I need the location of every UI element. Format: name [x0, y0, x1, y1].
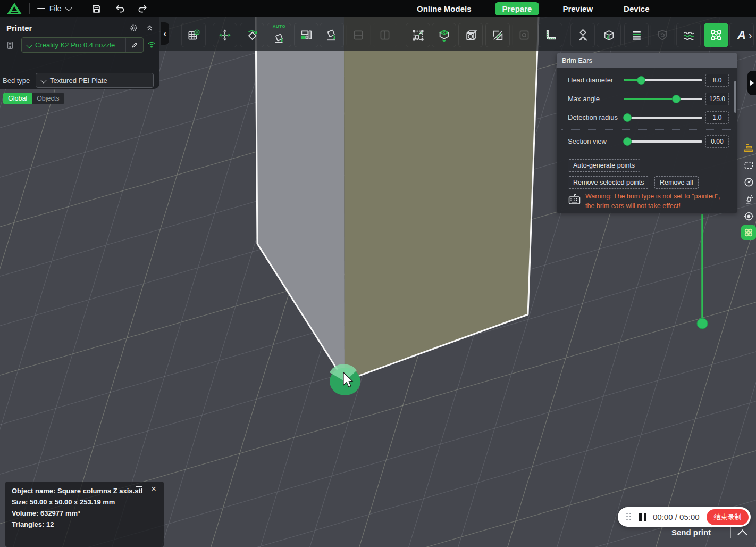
brim-ears-panel-header[interactable]: Brim Ears [557, 53, 737, 68]
wifi-status-icon[interactable] [147, 40, 156, 48]
cut-button[interactable] [485, 23, 510, 47]
tab-objects[interactable]: Objects [32, 93, 64, 104]
support-paint-icon [576, 28, 590, 43]
split-to-objects-button[interactable] [432, 23, 456, 47]
chevron-left-icon: ‹ [164, 29, 166, 38]
detection-radius-slider[interactable] [624, 117, 702, 119]
plate-dashed-icon [743, 159, 755, 171]
scale-icon [411, 28, 425, 43]
arrange-icon [299, 28, 313, 42]
close-icon[interactable]: × [151, 484, 156, 494]
detection-radius-slider-handle[interactable] [623, 113, 632, 122]
hamburger-icon [37, 6, 45, 12]
support-paint-button[interactable] [570, 23, 595, 47]
target-gear-icon [743, 210, 755, 222]
calibration-button[interactable] [741, 209, 756, 223]
add-plate-icon [187, 28, 200, 42]
bed-type-label: Bed type [3, 77, 30, 85]
add-plate-button[interactable] [181, 23, 206, 47]
object-size-text: Size: 50.00 x 50.00 x 253.19 mm [12, 498, 157, 506]
send-print-button[interactable]: Send print [654, 526, 728, 538]
head-diameter-value[interactable]: 8.0 [705, 74, 729, 87]
top-menu-bar: File Online Models Prepare Preview Devic… [0, 0, 756, 17]
speed-gauge-button[interactable] [741, 175, 756, 189]
minimize-icon[interactable] [136, 486, 142, 487]
bed-type-dropdown[interactable]: Textured PEI Plate [36, 73, 154, 88]
slider-row-section-view: Section view 0.00 [557, 136, 737, 147]
seam-paint-button[interactable] [597, 23, 621, 47]
rotate-button[interactable] [240, 23, 264, 47]
lay-on-face-icon [325, 28, 339, 42]
file-menu-button[interactable]: File [30, 0, 79, 17]
toolbar-collapse-button[interactable]: ‹ [161, 22, 169, 45]
remove-selected-points-button[interactable]: Remove selected points [568, 176, 649, 189]
printer-select-dropdown[interactable]: Creality K2 Pro 0.4 nozzle [21, 37, 144, 53]
object-triangles-text: Triangles: 12 [12, 520, 157, 528]
object-volume-text: Volume: 632977 mm³ [12, 509, 157, 517]
creality-assistant-button[interactable] [741, 225, 756, 240]
stop-recording-button[interactable]: 结束录制 [707, 509, 749, 525]
measure-button[interactable] [538, 23, 562, 47]
right-panel-expand-tab[interactable] [747, 71, 756, 95]
recording-time: 00:00 / 05:00 [653, 512, 700, 521]
section-view-slider-handle[interactable] [623, 137, 632, 146]
tab-prepare[interactable]: Prepare [495, 2, 540, 15]
max-angle-slider[interactable] [624, 98, 702, 100]
light-button[interactable] [741, 192, 756, 206]
viewport-section-slider-handle[interactable] [697, 318, 708, 329]
scale-button[interactable] [406, 23, 430, 47]
max-angle-slider-handle[interactable] [672, 95, 681, 103]
section-view-value[interactable]: 0.00 [705, 135, 729, 148]
printer-settings-button[interactable] [129, 23, 138, 32]
printer-edit-button[interactable] [125, 38, 143, 52]
max-angle-label: Max angle [568, 95, 600, 103]
printer-panel-collapse-button[interactable] [146, 23, 154, 32]
disabled-tool-icon [517, 28, 531, 42]
arrange-button[interactable] [294, 23, 318, 47]
toolbar-overflow-chevron[interactable]: › [749, 29, 752, 42]
split-objects-icon [437, 28, 451, 43]
build-plate-button[interactable] [741, 158, 756, 172]
hollow-button[interactable] [458, 23, 483, 47]
fuzzy-skin-icon [682, 28, 696, 43]
layers-button[interactable] [624, 23, 649, 47]
lamp-icon [743, 193, 755, 205]
model-toolbar: AUTO [159, 17, 756, 51]
redo-button[interactable] [132, 0, 153, 17]
tab-preview[interactable]: Preview [555, 2, 600, 15]
slider-row-detection-radius: Detection radius 1.0 [557, 112, 737, 123]
brim-ears-button[interactable] [704, 23, 728, 47]
detection-radius-value[interactable]: 1.0 [705, 111, 729, 124]
layers-icon [629, 28, 644, 43]
hollow-icon [464, 28, 478, 43]
printer-panel-title: Printer [6, 23, 32, 32]
tab-global[interactable]: Global [3, 93, 32, 104]
section-view-slider[interactable] [624, 140, 702, 143]
move-button[interactable] [213, 23, 237, 47]
speed-mode-button[interactable] [741, 140, 756, 155]
undo-button[interactable] [110, 0, 130, 17]
save-button[interactable] [87, 0, 107, 17]
drag-handle-icon[interactable] [626, 513, 632, 521]
fuzzy-skin-button[interactable] [676, 23, 701, 47]
tab-device[interactable]: Device [616, 2, 657, 15]
lay-on-face-button[interactable] [320, 23, 344, 47]
pause-button[interactable] [639, 513, 646, 521]
head-diameter-slider[interactable] [624, 79, 702, 81]
auto-orient-button[interactable]: AUTO [267, 23, 291, 47]
creality-print-window: File Online Models Prepare Preview Devic… [0, 0, 756, 547]
gauge-icon [743, 176, 755, 188]
section-view-label: Section view [568, 137, 607, 145]
creality-logo-icon[interactable] [6, 2, 22, 15]
panel-scrollbar[interactable] [734, 81, 736, 113]
detection-radius-label: Detection radius [568, 113, 618, 121]
tab-online-models[interactable]: Online Models [409, 2, 479, 15]
remove-all-button[interactable]: Remove all [654, 176, 699, 189]
pencil-icon [131, 41, 139, 49]
toolbar-disabled-shield-button [650, 23, 675, 47]
head-diameter-slider-handle[interactable] [637, 76, 645, 85]
file-menu-label: File [49, 4, 62, 13]
auto-generate-points-button[interactable]: Auto-generate points [568, 159, 640, 172]
max-angle-value[interactable]: 125.0 [705, 93, 729, 105]
toolbar-disabled-button-1 [346, 23, 371, 47]
